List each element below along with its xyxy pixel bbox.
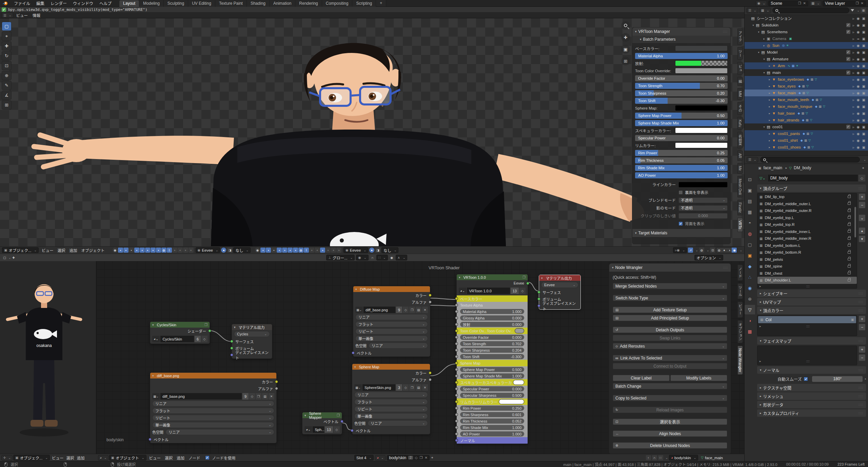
eye-icon[interactable]: ◉: [857, 125, 860, 129]
add-texture-setup-button[interactable]: ▤Add Texture Setup: [613, 307, 727, 313]
input-socket[interactable]: [455, 420, 458, 423]
render-camera-icon[interactable]: ▣: [862, 105, 865, 109]
value-slider[interactable]: Override Factor 0.00: [635, 75, 728, 81]
node-input-row[interactable]: Override Factor Override Factor0.000 Ove…: [457, 334, 528, 340]
node-input-row[interactable]: 放射 放射0.000 放射: [457, 321, 528, 328]
toggle-icon[interactable]: ▪: [123, 248, 129, 253]
sidebar-tab[interactable]: Node Wrangler: [737, 346, 743, 375]
delete-unused-button[interactable]: ⊗Delete Unused Nodes: [613, 442, 727, 449]
sidebar-tab[interactable]: アイテ: [737, 28, 743, 45]
menu-item[interactable]: ビュー: [14, 13, 31, 18]
node-group-selector[interactable]: ◕⌄Cycles/Skin6◇: [152, 336, 208, 342]
layer-toggle[interactable]: ▫: [183, 248, 188, 253]
breadcrumb-object[interactable]: face_main: [763, 166, 782, 170]
menu-item[interactable]: 編集: [33, 0, 47, 6]
outliner-row[interactable]: ▾ ▤ cos01 ✔ ▹ ◉ ▣: [745, 123, 868, 130]
auto-smooth-angle-field[interactable]: 180°: [812, 376, 863, 382]
panel-header[interactable]: ▾VRToon Manager::::: [632, 27, 730, 36]
eye-icon[interactable]: ◉: [857, 57, 860, 61]
volume-input-socket[interactable]: [537, 297, 540, 300]
outliner-row[interactable]: ▾ ▤ Sukidukin ✔ ▹ ◉ ▣: [745, 22, 868, 28]
properties-tab[interactable]: ▦: [745, 207, 755, 217]
menu-item[interactable]: ビュー: [147, 455, 163, 461]
mode-dropdown[interactable]: ▣オブジェク...⌄: [13, 455, 50, 461]
vertex-group-row[interactable]: ▦ DM_eyelid_top.R: [757, 221, 857, 228]
input-socket[interactable]: [455, 342, 458, 345]
workspace-tab[interactable]: Sculpting: [164, 0, 188, 7]
breadcrumb-data[interactable]: DM_body: [794, 166, 811, 170]
overlay-none-dropdown[interactable]: なし⌄: [233, 247, 251, 253]
node-input-row[interactable]: ベースカラー ベースカラー ベースカラー: [457, 295, 528, 302]
outliner-row[interactable]: ▸ ▼ hair_base ◆ ▦ ▽ ✔ ▹ ◉ ▣: [745, 110, 868, 117]
eye-icon[interactable]: ◉: [857, 91, 860, 95]
sidebar-tab[interactable]: Mir: [737, 163, 743, 174]
color-swatch[interactable]: [675, 128, 728, 133]
menu-item[interactable]: 情報: [30, 13, 43, 18]
transform-orientation-dropdown[interactable]: ⊥グロー...⌄: [326, 255, 355, 260]
vrtoon-parameter[interactable]: Rim Power Rim Power 0.25: [635, 150, 728, 156]
expander[interactable]: ▸: [768, 105, 771, 108]
bone-icon[interactable]: ⌇: [304, 248, 309, 253]
vrtoon-parameter[interactable]: Sphere Map Shade Mix Sphere Map Shade Mi…: [635, 120, 728, 126]
collection-checkbox[interactable]: ✔: [846, 30, 850, 34]
toggle-icon[interactable]: ▪: [277, 248, 282, 253]
sphere-mapper-node[interactable]: ▾Sphere Mapper❐ ベクトル ◕⌄Sph...13◇: [302, 412, 342, 434]
expander[interactable]: ▸: [768, 92, 771, 95]
lock-icon[interactable]: [848, 202, 851, 205]
target-engine-dropdown[interactable]: Cycles⌄: [234, 331, 270, 337]
menu-item[interactable]: ファイル: [11, 0, 33, 6]
render-camera-icon[interactable]: ▣: [862, 125, 865, 129]
node-input-row[interactable]: Toon Shift Toon Shift-0.300 Toon Shift: [457, 353, 528, 360]
vector-input-socket[interactable]: [149, 438, 152, 441]
modify-labels-button[interactable]: Modify Labels: [670, 375, 727, 381]
outliner-row[interactable]: ▸ ▼ face_main ◆ ▦ ▽ ✔ ▹ ◉ ▣: [745, 90, 868, 96]
sidebar-tab[interactable]: VRTo: [737, 218, 743, 232]
lock-icon[interactable]: [848, 265, 851, 268]
image-texture-node[interactable]: ▾Sphere Map カラー アルファ ▦⌄SphereSkin.png3◇❐…: [352, 364, 430, 434]
eye-icon[interactable]: ◉: [857, 118, 860, 122]
expander[interactable]: ▾: [762, 58, 766, 61]
render-engine-dropdown[interactable]: ◉Eevee⌄: [196, 247, 220, 253]
source-dropdown[interactable]: 単一画像⌄: [354, 413, 428, 419]
copy-icon[interactable]: ❐: [798, 1, 801, 5]
lock-icon[interactable]: [848, 251, 851, 254]
batch-change-dropdown[interactable]: Batch Change⌄: [613, 383, 727, 389]
render-camera-icon[interactable]: ▣: [862, 145, 865, 149]
filter-funnel-icon[interactable]: [851, 9, 854, 12]
color-output-socket[interactable]: [275, 380, 278, 383]
vrtoon-parameter[interactable]: Sphere Map: Sphere Map:: [635, 105, 728, 111]
merge-nodes-dropdown[interactable]: Merge Selected Nodes⌄: [613, 283, 727, 289]
render-camera-icon[interactable]: ▣: [862, 57, 865, 61]
eye-icon[interactable]: ◉: [857, 78, 860, 81]
expander[interactable]: ▸: [768, 132, 771, 135]
sidebar-tab[interactable]: Kafu: [737, 117, 743, 130]
material-selector[interactable]: ◕body/skin⌄: [669, 455, 698, 461]
matcap-sphere-icon[interactable]: ●: [221, 248, 226, 253]
remove-face-map-button[interactable]: −: [859, 354, 866, 361]
collection-checkbox[interactable]: ✔: [846, 57, 850, 61]
lock-icon[interactable]: [848, 237, 851, 240]
node-input-row[interactable]: AO Power AO Power1.000 AO Power: [457, 431, 528, 437]
projection-dropdown[interactable]: フラット⌄: [354, 399, 428, 405]
sidebar-tab[interactable]: MM: [737, 88, 743, 100]
add-reroutes-dropdown[interactable]: ○Add Reroutes⌄: [613, 343, 727, 349]
color-swatch[interactable]: [675, 105, 728, 111]
outliner-row[interactable]: ▸ ▼ face_mouth_teeth ◆ ▦ ▽ ✔ ▹ ◉ ▣: [745, 96, 868, 103]
selectable-icon[interactable]: ▹: [853, 105, 854, 109]
selectable-icon[interactable]: ▹: [853, 51, 854, 54]
tool-button[interactable]: ▢: [2, 22, 12, 31]
target-engine-dropdown[interactable]: Eevee⌄: [541, 282, 578, 288]
secondary-3d-viewport[interactable]: osakana: [0, 261, 96, 454]
parent-tree-icon[interactable]: ↑: [646, 455, 651, 460]
vertex-group-row[interactable]: ▦ DM_eyelid_middle_outer.R: [757, 207, 857, 214]
layer-toggle[interactable]: ▪: [320, 248, 325, 253]
selectable-icon[interactable]: ▹: [853, 91, 854, 95]
selectable-icon[interactable]: ▹: [853, 112, 854, 115]
expander[interactable]: ▾: [762, 125, 766, 129]
sidebar-tab[interactable]: Finaliz: [737, 200, 743, 215]
render-engine-dropdown-2[interactable]: ◉Eevee⌄: [343, 247, 368, 253]
eevee-output-socket[interactable]: [526, 282, 529, 285]
input-socket[interactable]: [455, 323, 458, 326]
toggle-icon[interactable]: ▪: [282, 248, 287, 253]
remesh-panel-header[interactable]: ▸リメッシュ::::: [757, 392, 866, 400]
